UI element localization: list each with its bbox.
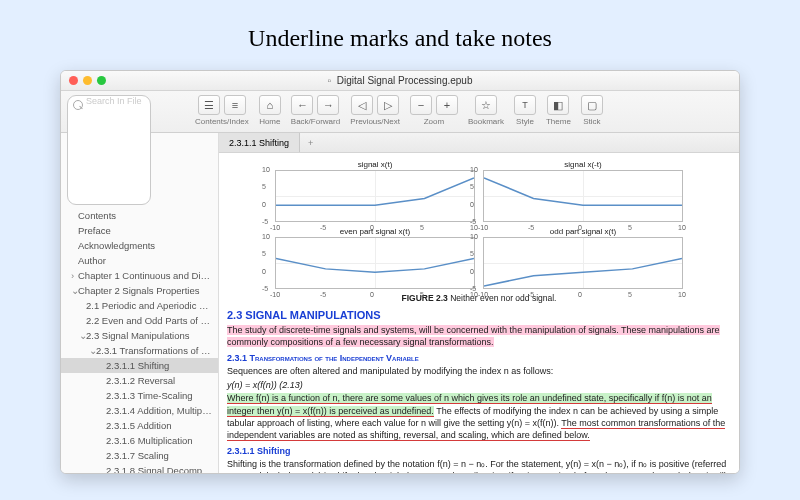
sidebar-item[interactable]: 2.1 Periodic and Aperiodic Se… [61,298,218,313]
tab-add-button[interactable]: + [300,138,321,148]
sidebar-item[interactable]: 2.3.1.7 Scaling [61,448,218,463]
paragraph: Shifting is the transformation defined b… [227,458,731,473]
document-page[interactable]: signal x(t)-10-50510-50510signal x(-t)-1… [219,153,739,473]
toolbar: Search In File Search ☰ ≡ Contents/Index… [61,91,739,133]
sidebar-item[interactable]: ⌄2.3 Signal Manipulations [61,328,218,343]
sidebar-item[interactable]: 2.2 Even and Odd Parts of a… [61,313,218,328]
sidebar-item[interactable]: Contents [61,208,218,223]
signal-chart: signal x(-t)-10-50510-50510 [483,159,683,222]
sidebar-item[interactable]: ›Chapter 1 Continuous and Discr… [61,268,218,283]
sidebar-item[interactable]: Preface [61,223,218,238]
contents-button[interactable]: ☰ [198,95,220,115]
zoom-out-button[interactable]: − [410,95,432,115]
sidebar-item[interactable]: 2.3.1.8 Signal Decompo… [61,463,218,473]
theme-button[interactable]: ◧ [547,95,569,115]
content-area: 2.3.1.1 Shifting + signal x(t)-10-50510-… [219,133,739,473]
window-title-text: Digital Signal Processing.epub [337,75,473,86]
previous-button[interactable]: ◁ [351,95,373,115]
back-button[interactable]: ← [291,95,313,115]
signal-chart: even part signal x(t)-10-50510-50510 [275,226,475,289]
signal-chart: signal x(t)-10-50510-50510 [275,159,475,222]
sidebar-item[interactable]: ⌄2.3.1 Transformations of th… [61,343,218,358]
index-button[interactable]: ≡ [224,95,246,115]
sidebar-item[interactable]: Acknowledgments [61,238,218,253]
sidebar-item[interactable]: 2.3.1.5 Addition [61,418,218,433]
bookmark-button[interactable]: ☆ [475,95,497,115]
window-title: ▫ Digital Signal Processing.epub [61,75,739,86]
sidebar-item[interactable]: ⌄Chapter 2 Signals Properties [61,283,218,298]
sidebar-item[interactable]: 2.3.1.2 Reversal [61,373,218,388]
sidebar-item[interactable]: 2.3.1.6 Multiplication [61,433,218,448]
style-button[interactable]: T [514,95,536,115]
sidebar-item[interactable]: Author [61,253,218,268]
titlebar[interactable]: ▫ Digital Signal Processing.epub [61,71,739,91]
zoom-in-button[interactable]: + [436,95,458,115]
promo-title: Underline marks and take notes [0,0,800,70]
section-heading: 2.3 SIGNAL MANIPULATIONS [227,309,731,321]
signal-chart: odd part signal x(t)-10-50510-50510 [483,226,683,289]
equation: y(n) = x(f(n)) (2.13) [227,380,731,390]
forward-button[interactable]: → [317,95,339,115]
search-input[interactable]: Search In File [67,95,151,205]
app-window: ▫ Digital Signal Processing.epub Search … [60,70,740,474]
subsubsection-heading: 2.3.1.1 Shifting [227,446,731,456]
sidebar-item[interactable]: 2.3.1.1 Shifting [61,358,218,373]
sidebar-item[interactable]: 2.3.1.3 Time-Scaling [61,388,218,403]
annotated-paragraph[interactable]: Where f(n) is a function of n, there are… [227,392,731,441]
highlighted-paragraph[interactable]: The study of discrete-time signals and s… [227,324,731,348]
tab-shifting[interactable]: 2.3.1.1 Shifting [219,133,300,152]
stick-button[interactable]: ▢ [581,95,603,115]
subsection-heading: 2.3.1 Transformations of the Independent… [227,353,731,363]
book-icon: ▫ [328,75,332,86]
paragraph: Sequences are often altered and manipula… [227,365,731,377]
sidebar-item[interactable]: 2.3.1.4 Addition, Multipli… [61,403,218,418]
home-button[interactable]: ⌂ [259,95,281,115]
next-button[interactable]: ▷ [377,95,399,115]
tab-bar: 2.3.1.1 Shifting + [219,133,739,153]
